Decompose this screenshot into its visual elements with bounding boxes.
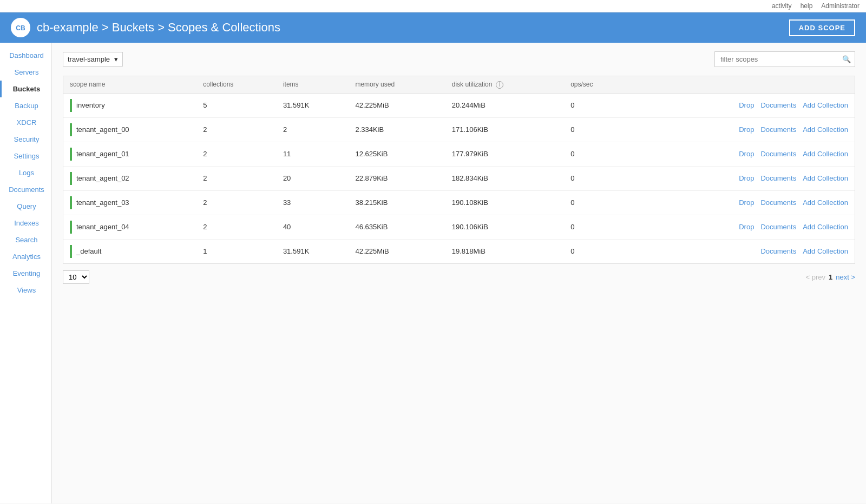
documents-link[interactable]: Documents [760,150,796,158]
sidebar-item-label: Dashboard [9,51,44,59]
main-content: travel-sample ▾ 🔍 scope name collections… [52,43,866,503]
collections-cell: 2 [196,142,277,166]
actions-cell: DropDocumentsAdd Collection [629,166,855,190]
sidebar-item-label: Eventing [13,269,41,277]
items-cell: 2 [277,117,349,142]
scope-name-cell: inventory [63,93,196,117]
sidebar-item-analytics[interactable]: Analytics [0,248,51,265]
collections-cell: 5 [196,93,277,117]
disk-utilization-cell: 177.979KiB [445,142,564,166]
sidebar-item-label: Buckets [13,85,41,93]
sidebar-item-logs[interactable]: Logs [0,164,51,181]
chevron-down-icon: ▾ [114,55,118,63]
documents-link[interactable]: Documents [760,101,796,109]
sidebar-item-documents[interactable]: Documents [0,181,51,198]
add-collection-link[interactable]: Add Collection [803,101,848,109]
sidebar-item-settings[interactable]: Settings [0,148,51,164]
user-menu[interactable]: Administrator [821,2,860,10]
add-scope-button[interactable]: ADD SCOPE [789,19,855,36]
filter-scopes-input[interactable] [714,51,855,67]
logo[interactable]: CB [11,18,30,37]
add-collection-link[interactable]: Add Collection [803,247,848,255]
drop-link[interactable]: Drop [739,125,754,134]
table-row: tenant_agent_01 21112.625KiB177.979KiB0D… [63,142,855,166]
top-bar: activity help Administrator [0,0,866,12]
collections-cell: 2 [196,166,277,190]
disk-utilization-info-icon[interactable]: i [496,81,503,89]
add-collection-link[interactable]: Add Collection [803,125,848,134]
sidebar-item-label: Servers [15,68,39,76]
sidebar-item-security[interactable]: Security [0,131,51,148]
scope-indicator [70,221,72,234]
drop-link[interactable]: Drop [739,101,754,109]
add-collection-link[interactable]: Add Collection [803,150,848,158]
documents-link[interactable]: Documents [760,223,796,231]
disk-utilization-cell: 20.244MiB [445,93,564,117]
scope-name-value: tenant_agent_03 [76,198,129,207]
actions-cell: DropDocumentsAdd Collection [629,215,855,239]
ops-sec-cell: 0 [564,142,629,166]
scope-indicator [70,123,72,136]
drop-link[interactable]: Drop [739,150,754,158]
search-icon: 🔍 [842,55,851,63]
sidebar-item-search[interactable]: Search [0,231,51,248]
prev-page-link[interactable]: < prev [805,273,825,281]
ops-sec-cell: 0 [564,166,629,190]
sidebar-item-label: Analytics [12,253,41,261]
table-row: tenant_agent_00 222.334KiB171.106KiB0Dro… [63,117,855,142]
actions-cell: DropDocumentsAdd Collection [629,117,855,142]
bucket-selected-value: travel-sample [68,55,110,63]
ops-sec-cell: 0 [564,117,629,142]
actions-cell: DropDocumentsAdd Collection [629,93,855,117]
sidebar-item-indexes[interactable]: Indexes [0,215,51,231]
documents-link[interactable]: Documents [760,174,796,182]
scope-name-cell: _default [63,239,196,263]
table-row: _default 131.591K42.225MiB19.818MiB0Docu… [63,239,855,263]
per-page-dropdown[interactable]: 10 20 50 [63,270,89,284]
memory-used-cell: 46.635KiB [349,215,445,239]
layout: Dashboard Servers Buckets Backup XDCR Se… [0,43,866,503]
sidebar-item-servers[interactable]: Servers [0,64,51,81]
col-ops-sec: ops/sec [564,76,629,93]
bucket-select-wrapper: travel-sample ▾ [63,52,123,67]
table-row: inventory 531.591K42.225MiB20.244MiB0Dro… [63,93,855,117]
col-scope-name: scope name [63,76,196,93]
collections-cell: 2 [196,215,277,239]
documents-link[interactable]: Documents [760,125,796,134]
help-link[interactable]: help [801,2,813,10]
disk-utilization-cell: 19.818MiB [445,239,564,263]
drop-link[interactable]: Drop [739,198,754,207]
bucket-dropdown[interactable]: travel-sample ▾ [63,52,123,67]
drop-link[interactable]: Drop [739,174,754,182]
col-actions [629,76,855,93]
scope-name-value: tenant_agent_01 [76,150,129,158]
sidebar-item-backup[interactable]: Backup [0,97,51,114]
drop-link[interactable]: Drop [739,223,754,231]
ops-sec-cell: 0 [564,239,629,263]
sidebar-item-buckets[interactable]: Buckets [0,81,51,97]
sidebar-item-dashboard[interactable]: Dashboard [0,47,51,64]
scopes-table-wrapper: scope name collections items memory used… [63,76,855,264]
items-cell: 40 [277,215,349,239]
add-collection-link[interactable]: Add Collection [803,198,848,207]
sidebar-item-eventing[interactable]: Eventing [0,265,51,282]
documents-link[interactable]: Documents [760,198,796,207]
disk-utilization-cell: 171.106KiB [445,117,564,142]
header: CB cb-example > Buckets > Scopes & Colle… [0,12,866,43]
sidebar-item-views[interactable]: Views [0,282,51,299]
scopes-table: scope name collections items memory used… [63,76,855,263]
documents-link[interactable]: Documents [760,247,796,255]
activity-link[interactable]: activity [772,2,792,10]
scope-name-cell: tenant_agent_00 [63,117,196,142]
sidebar-item-label: Logs [19,169,34,177]
items-cell: 20 [277,166,349,190]
add-collection-link[interactable]: Add Collection [803,174,848,182]
col-items: items [277,76,349,93]
sidebar-item-query[interactable]: Query [0,198,51,215]
next-page-link[interactable]: next > [836,273,855,281]
collections-cell: 2 [196,117,277,142]
scope-name-cell: tenant_agent_04 [63,215,196,239]
add-collection-link[interactable]: Add Collection [803,223,848,231]
sidebar-item-xdcr[interactable]: XDCR [0,114,51,131]
sidebar-item-label: XDCR [17,118,37,127]
